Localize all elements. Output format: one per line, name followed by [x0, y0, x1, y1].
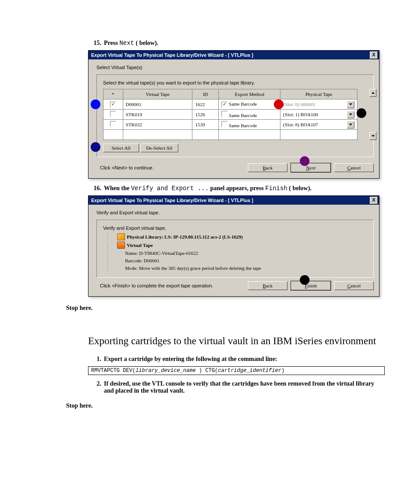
- table-header-row: * Virtual Tape ID Export Method Physical…: [103, 89, 357, 99]
- svg-marker-3: [372, 92, 375, 94]
- step-1: 1. Export a cartridge by entering the fo…: [88, 356, 385, 363]
- cell-id: 1622: [192, 99, 219, 110]
- group-box: Verify and Export virtual tape. Physical…: [96, 220, 374, 278]
- svg-marker-4: [372, 135, 375, 137]
- svg-marker-0: [349, 103, 352, 105]
- col-id: ID: [192, 89, 219, 99]
- step-text: Press Next ( below).: [104, 40, 385, 47]
- panel-heading: Verify and Export virtual tape.: [96, 210, 374, 215]
- step-number: 1.: [88, 356, 101, 363]
- chevron-down-icon: [347, 111, 354, 118]
- group-box: Select the virtual tape(s) you want to e…: [96, 74, 374, 157]
- cancel-button[interactable]: Cancel: [334, 281, 374, 290]
- stop-here: Stop here.: [66, 305, 385, 312]
- window-title: Export Virtual Tape To Physical Tape Lib…: [91, 52, 370, 58]
- wizard-footer: Click <Next> to continue. Back Next Canc…: [96, 163, 374, 172]
- step-16: 16. When the Verify and Export ... panel…: [88, 185, 385, 192]
- col-star: *: [103, 89, 123, 99]
- marker-blue-row: [91, 99, 100, 109]
- cell-id: 1526: [192, 110, 219, 120]
- col-export-method: Export Method: [219, 89, 280, 99]
- footer-hint: Click <Next> to continue.: [96, 165, 244, 170]
- cell-sb-label: Same Barcode: [229, 101, 257, 107]
- titlebar: Export Virtual Tape To Physical Tape Lib…: [88, 51, 379, 59]
- col-physical-tape: Physical Tape: [280, 89, 357, 99]
- close-button[interactable]: X: [370, 197, 378, 204]
- row-checkbox[interactable]: [110, 102, 116, 108]
- table-row: D00001 1622 Same Barcode (Slot: 0) 00000…: [103, 99, 357, 110]
- cancel-button[interactable]: Cancel: [334, 163, 374, 172]
- panel-heading: Select Virtual Tape(s): [96, 65, 374, 70]
- chevron-down-icon: [347, 121, 354, 129]
- window-title: Export Virtual Tape To Physical Tape Lib…: [91, 198, 370, 203]
- cell-id: 1539: [192, 120, 219, 130]
- step-text: Export a cartridge by entering the follo…: [104, 356, 385, 363]
- svg-marker-1: [349, 114, 352, 115]
- physical-tape-dropdown[interactable]: (Slot: 1) BOA100: [283, 111, 354, 118]
- scroll-down-icon[interactable]: [369, 132, 376, 140]
- tapes-table: * Virtual Tape ID Export Method Physical…: [103, 89, 357, 140]
- back-button[interactable]: Back: [248, 281, 287, 290]
- cell-vt: D00001: [123, 99, 192, 110]
- panel: Verify and Export virtual tape. Verify a…: [88, 205, 379, 296]
- row-checkbox[interactable]: [110, 121, 116, 127]
- library-icon: [117, 233, 125, 240]
- same-barcode-checkbox[interactable]: [221, 102, 228, 108]
- dropdown-value: (Slot: 0) 000003: [283, 102, 346, 107]
- physical-tape-dropdown[interactable]: (Slot: 0) 000003: [283, 101, 354, 108]
- step-15: 15. Press Next ( below).: [88, 40, 385, 47]
- dropdown-value: (Slot: 1) BOA100: [283, 112, 346, 117]
- cell-sb-label: Same Barcode: [229, 123, 257, 128]
- step-number: 16.: [88, 185, 101, 192]
- table-row: STK019 1526 Same Barcode (Slot: 1) BOA10…: [103, 110, 357, 120]
- table-row: STK032 1539 Same Barcode (Slot: 8) BOA10…: [103, 120, 357, 130]
- select-buttons: Select All De-Select All: [103, 143, 369, 152]
- tree-physical-library: Physical Library: LS: IP-129.80.115.112 …: [107, 233, 369, 240]
- same-barcode-checkbox[interactable]: [221, 121, 228, 127]
- tree-mode: Mode: Move with the 365 day(s) grace per…: [107, 265, 369, 271]
- scrollbar[interactable]: [369, 89, 376, 140]
- select-all-button[interactable]: Select All: [103, 143, 139, 152]
- chevron-down-icon: [347, 101, 354, 108]
- step-text: When the Verify and Export ... panel app…: [104, 185, 385, 192]
- step-2: 2. If desired, use the VTL console to ve…: [88, 380, 385, 394]
- same-barcode-checkbox[interactable]: [221, 111, 228, 117]
- dropdown-value: (Slot: 8) BOA107: [283, 122, 346, 127]
- table-wrap: * Virtual Tape ID Export Method Physical…: [103, 89, 369, 140]
- tree-virtual-tape: Virtual Tape: [107, 242, 369, 249]
- marker-red-export: [274, 99, 284, 109]
- wizard-select-tapes: Export Virtual Tape To Physical Tape Lib…: [88, 50, 379, 179]
- marker-blue-select: [91, 142, 100, 152]
- step-number: 15.: [88, 40, 101, 47]
- stop-here: Stop here.: [66, 402, 385, 409]
- cell-vt: STK019: [123, 110, 192, 120]
- close-button[interactable]: X: [370, 52, 378, 59]
- cell-vt: STK032: [123, 120, 192, 130]
- marker-black-finish: [300, 275, 309, 285]
- col-virtual-tape: Virtual Tape: [123, 89, 192, 99]
- step-text: If desired, use the VTL console to verif…: [104, 380, 385, 394]
- svg-marker-2: [349, 124, 352, 125]
- wizard-footer: Click <Finish> to complete the export ta…: [96, 281, 374, 290]
- group-heading: Verify and Export virtual tape.: [103, 225, 369, 231]
- marker-black-dropdown: [357, 108, 366, 118]
- group-instruction: Select the virtual tape(s) you want to e…: [103, 80, 369, 85]
- marker-purple-next: [300, 156, 309, 166]
- panel: Select Virtual Tape(s) Select the virtua…: [88, 59, 379, 178]
- scroll-up-icon[interactable]: [369, 89, 376, 97]
- wizard-verify-export: Export Virtual Tape To Physical Tape Lib…: [88, 195, 379, 297]
- cell-sb-label: Same Barcode: [229, 113, 257, 118]
- summary-tree: Physical Library: LS: IP-129.80.115.112 …: [107, 233, 369, 271]
- footer-hint: Click <Finish> to complete the export ta…: [96, 283, 244, 288]
- table-row-partial: [103, 130, 357, 140]
- deselect-all-button[interactable]: De-Select All: [140, 143, 178, 152]
- titlebar: Export Virtual Tape To Physical Tape Lib…: [88, 196, 379, 205]
- tree-barcode: Barcode: D00001: [107, 258, 369, 264]
- finish-button[interactable]: Finish: [291, 281, 331, 290]
- row-checkbox[interactable]: [110, 111, 116, 117]
- tape-icon: [117, 242, 125, 249]
- next-button[interactable]: Next: [291, 163, 331, 172]
- tree-name: Name: D-T9840C-VirtualTape-01622: [107, 250, 369, 256]
- back-button[interactable]: Back: [248, 163, 287, 172]
- physical-tape-dropdown[interactable]: (Slot: 8) BOA107: [283, 121, 354, 129]
